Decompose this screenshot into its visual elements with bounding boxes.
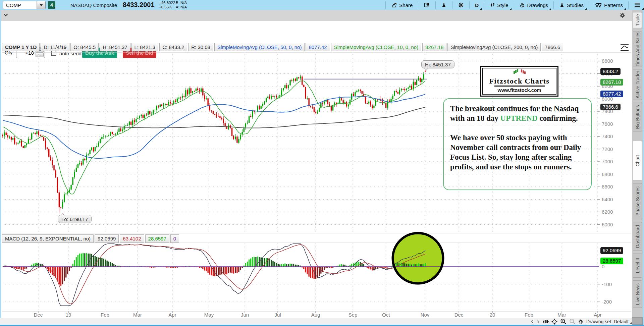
sidebar-tab-dashboard[interactable]: Dashboard xyxy=(633,222,642,251)
low-price-label: Lo: 6190.17 xyxy=(58,215,92,223)
svg-text:6200: 6200 xyxy=(602,209,613,215)
fitzstock-logo: Fitzstock Charts www.fitzstock.com xyxy=(480,66,558,97)
axis-value-badge: 8267.18 xyxy=(600,79,623,86)
svg-text:19: 19 xyxy=(66,312,71,318)
low-cell: L: 8421.3 xyxy=(131,43,159,51)
drawing-set-selector[interactable]: Drawing set: Default xyxy=(586,319,632,324)
svg-text:Dec: Dec xyxy=(454,312,464,318)
axis-value-badge: 8433.2 xyxy=(600,68,621,75)
svg-text:8600: 8600 xyxy=(602,58,613,64)
sidebar-tab-level-ii[interactable]: Level II xyxy=(633,254,642,278)
sidebar-tab-trade[interactable]: Trade xyxy=(633,12,642,28)
svg-text:7600: 7600 xyxy=(602,121,613,127)
right-sidebar: Trade Times And Sales Active Trader Big … xyxy=(632,10,643,324)
svg-text:7000: 7000 xyxy=(602,159,613,164)
chart-title-cell: COMP 1 Y 1D xyxy=(2,43,40,51)
high-price-label: Hi: 8451.37 xyxy=(421,60,454,68)
svg-text:Nov: Nov xyxy=(421,312,430,318)
sma10-study-value: 8267.18 xyxy=(422,43,446,51)
svg-text:-100: -100 xyxy=(602,281,612,287)
pan-chart-icon[interactable] xyxy=(543,320,549,324)
macd-diff-value: 28.6597 xyxy=(145,234,169,243)
sidebar-tab-times-and-sales[interactable]: Times And Sales xyxy=(633,32,642,66)
svg-text:Dec: Dec xyxy=(34,312,43,318)
logo-title: Fitzstock Charts xyxy=(483,77,556,86)
svg-text:0: 0 xyxy=(602,264,604,269)
macd-avg-value: 63.4102 xyxy=(120,234,144,243)
svg-text:6600: 6600 xyxy=(602,184,613,189)
svg-text:Sep: Sep xyxy=(348,312,358,318)
logo-url: www.fitzstock.com xyxy=(483,88,556,93)
svg-text:Apr: Apr xyxy=(168,312,176,318)
window-left-edge xyxy=(0,10,1,326)
crosshair-icon[interactable] xyxy=(551,319,557,325)
sma10-study-label[interactable]: SimpleMovingAvg (CLOSE, 10, 0, no) xyxy=(331,43,422,51)
logo-underline xyxy=(494,86,545,87)
annotation-highlight: UPTREND xyxy=(500,114,538,122)
svg-text:Oct: Oct xyxy=(382,312,390,318)
sidebar-tab-live-news[interactable]: Live News xyxy=(633,280,642,308)
svg-text:Mar: Mar xyxy=(133,312,142,318)
sma50-study-value: 8077.42 xyxy=(306,43,330,51)
analyst-note: The breakout continues for the Nasdaq wi… xyxy=(443,98,592,190)
svg-text:Mar: Mar xyxy=(557,312,566,318)
range-cell: R: 30.08 xyxy=(188,43,213,51)
sidebar-tab-big-buttons[interactable]: Big Buttons xyxy=(633,103,642,131)
svg-text:20: 20 xyxy=(490,312,495,318)
macd-zero-value: 0 xyxy=(170,234,179,243)
sma200-study-value: 7866.6 xyxy=(542,43,563,51)
high-cell: H: 8451.37 xyxy=(100,43,130,51)
svg-text:6400: 6400 xyxy=(602,197,613,202)
hand-tool-icon[interactable] xyxy=(578,319,584,324)
scroll-corner xyxy=(632,317,643,325)
svg-text:Jul: Jul xyxy=(274,312,281,318)
open-cell: O: 8445.5 xyxy=(70,43,99,51)
macd-study-label[interactable]: MACD (12, 26, 9, EXPONENTIAL, no) xyxy=(2,234,94,243)
sidebar-tab-chart[interactable]: Chart xyxy=(633,141,642,180)
logo-candles-icon xyxy=(511,68,528,75)
macd-header: MACD (12, 26, 9, EXPONENTIAL, no) 92.069… xyxy=(2,234,179,243)
svg-text:-200: -200 xyxy=(602,299,612,305)
svg-text:Jun: Jun xyxy=(241,312,249,318)
zoom-in-icon[interactable] xyxy=(560,318,567,325)
chart-bottom-bar: Drawing set: Default xyxy=(0,318,632,325)
macd-value: 92.0699 xyxy=(95,234,119,243)
axis-value-badge: 8077.42 xyxy=(600,91,623,97)
window-bottom-edge xyxy=(0,325,644,326)
chart-header: COMP 1 Y 1D D: 11/4/19 O: 8445.5 H: 8451… xyxy=(2,43,563,51)
svg-text:Aug: Aug xyxy=(311,312,320,318)
axis-value-badge: 92.0699 xyxy=(600,247,623,254)
svg-text:May: May xyxy=(204,312,214,318)
svg-text:6800: 6800 xyxy=(602,171,613,177)
date-cell: D: 11/4/19 xyxy=(41,43,69,51)
zoom-out-icon[interactable] xyxy=(569,318,576,325)
axis-value-badge: 28.6597 xyxy=(600,258,623,264)
sma50-study-label[interactable]: SimpleMovingAvg (CLOSE, 50, 0, no) xyxy=(214,43,305,51)
thinkorswim-window: COMP 4 NASDAQ Composite 8433.2001 +46.80… xyxy=(0,0,644,326)
svg-text:Apr: Apr xyxy=(594,312,601,318)
svg-text:Feb: Feb xyxy=(525,312,533,318)
close-cell: C: 8433.2 xyxy=(159,43,187,51)
line-style-icon[interactable] xyxy=(620,44,629,53)
scroll-right-button[interactable] xyxy=(537,320,540,323)
axis-value-badge: 7866.6 xyxy=(600,104,621,110)
svg-text:7400: 7400 xyxy=(602,133,613,139)
sma200-study-label[interactable]: SimpleMovingAvg (CLOSE, 200, 0, no) xyxy=(447,43,541,51)
window-right-edge xyxy=(643,10,644,326)
svg-text:7200: 7200 xyxy=(602,146,613,152)
svg-text:Feb: Feb xyxy=(101,312,109,318)
sidebar-tab-active-trader[interactable]: Active Trader xyxy=(633,69,642,100)
scroll-left-button[interactable] xyxy=(531,320,534,323)
sidebar-tab-phase-scores[interactable]: Phase Scores xyxy=(633,183,642,219)
svg-text:6000: 6000 xyxy=(602,222,613,227)
